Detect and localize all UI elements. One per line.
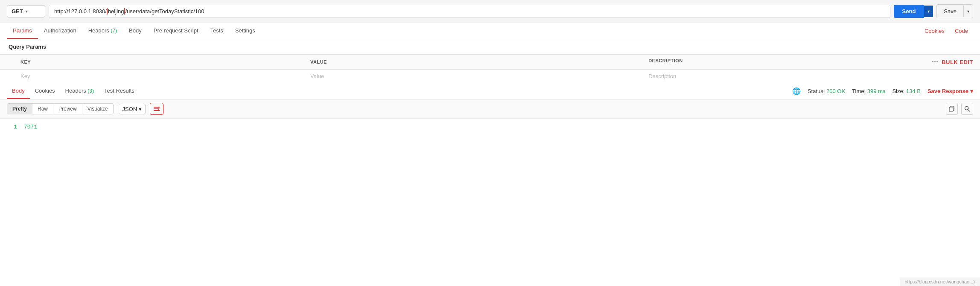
code-output: 1 7071 [0,119,980,135]
key-cell[interactable]: Key [14,70,303,83]
format-pretty-button[interactable]: Pretty [7,104,32,114]
link-cookies[interactable]: Cookies [919,23,950,38]
save-button[interactable]: Save [937,5,963,18]
tab-settings[interactable]: Settings [229,23,261,39]
method-label: GET [12,8,23,15]
bulk-edit-button[interactable]: Bulk Edit [942,59,973,65]
query-params-title: Query Params [9,44,46,50]
copy-button[interactable] [946,103,958,115]
tab-body[interactable]: Body [123,23,148,39]
size-label: Size: 134 B [892,88,921,94]
format-preview-button[interactable]: Preview [53,104,82,114]
url-beijing-highlight: beijing [107,8,125,15]
query-params-header: Query Params [0,39,980,54]
url-before-highlight: http://127.0.0.1:8030/ [54,8,107,15]
svg-line-6 [968,110,970,112]
tab-params[interactable]: Params [7,23,38,39]
response-tab-test-results[interactable]: Test Results [99,83,140,99]
response-tab-body[interactable]: Body [7,83,30,99]
wrap-icon [153,105,160,112]
response-tab-headers[interactable]: Headers (3) [60,83,99,99]
desc-cell[interactable]: Description [642,70,980,83]
svg-rect-0 [154,107,160,108]
send-dropdown-button[interactable]: ▾ [924,6,933,17]
svg-rect-2 [154,110,160,111]
key-placeholder: Key [20,73,30,79]
method-select[interactable]: GET ▾ [7,5,45,18]
line-content: 7071 [24,124,37,130]
send-button-group: Send ▾ [894,5,933,18]
format-button-group: Pretty Raw Preview Visualize [7,103,114,114]
table-row: Key Value Description [0,70,980,83]
json-format-select[interactable]: JSON ▾ [119,104,146,114]
response-section: Body Cookies Headers (3) Test Results 🌐 … [0,83,980,135]
size-value: 134 B [906,88,921,94]
status-label: Status: 200 OK [808,88,845,94]
save-dropdown-button[interactable]: ▾ [963,6,973,17]
value-col-header: VALUE [303,55,642,70]
link-code[interactable]: Code [950,23,973,38]
tab-tests[interactable]: Tests [204,23,229,39]
search-button[interactable] [961,103,973,115]
send-button[interactable]: Send [894,5,925,18]
method-dropdown-arrow: ▾ [26,9,28,14]
response-tab-cookies[interactable]: Cookies [30,83,60,99]
params-table: KEY VALUE DESCRIPTION ··· Bulk Edit Key … [0,54,980,83]
svg-rect-1 [154,108,158,109]
copy-icon [949,106,955,112]
code-line-1: 1 7071 [9,124,971,130]
save-response-button[interactable]: Save Response ▾ [928,88,973,94]
more-options-button[interactable]: ··· [932,58,938,66]
headers-badge: (7) [111,28,117,34]
top-bar: GET ▾ http://127.0.0.1:8030/beijing/user… [0,0,980,23]
line-number: 1 [9,124,17,130]
save-button-group: Save ▾ [936,4,973,18]
status-value: 200 OK [826,88,845,94]
right-format-icons [946,103,973,115]
response-tabs: Body Cookies Headers (3) Test Results 🌐 … [0,83,980,99]
format-visualize-button[interactable]: Visualize [82,104,113,114]
url-after-highlight: /user/data/getTodayStatistic/100 [125,8,204,15]
right-tab-links: Cookies Code [919,23,973,38]
format-raw-button[interactable]: Raw [32,104,53,114]
format-bar: Pretty Raw Preview Visualize JSON ▾ [0,99,980,119]
url-input[interactable]: http://127.0.0.1:8030/beijing/user/data/… [49,5,890,18]
svg-point-5 [965,107,968,110]
key-col-header: KEY [14,55,303,70]
wrap-button[interactable] [150,103,163,115]
checkbox-col-header [0,55,14,70]
json-dropdown-arrow: ▾ [139,106,142,112]
tab-headers[interactable]: Headers (7) [82,23,123,39]
search-icon [964,106,970,112]
globe-icon: 🌐 [792,87,801,95]
json-label: JSON [122,106,137,112]
value-cell[interactable]: Value [303,70,642,83]
row-checkbox [0,70,14,83]
request-tabs: Params Authorization Headers (7) Body Pr… [0,23,980,39]
url-text: http://127.0.0.1:8030/beijing/user/data/… [54,8,204,15]
desc-placeholder: Description [648,73,676,79]
desc-col-header: DESCRIPTION ··· Bulk Edit [642,55,980,70]
response-headers-badge: (3) [88,88,94,94]
value-placeholder: Value [310,73,324,79]
time-value: 399 ms [867,88,886,94]
tab-authorization[interactable]: Authorization [38,23,82,39]
response-status-area: 🌐 Status: 200 OK Time: 399 ms Size: 134 … [792,87,973,95]
svg-rect-4 [949,107,953,111]
time-label: Time: 399 ms [852,88,885,94]
tab-prerequest[interactable]: Pre-request Script [148,23,204,39]
